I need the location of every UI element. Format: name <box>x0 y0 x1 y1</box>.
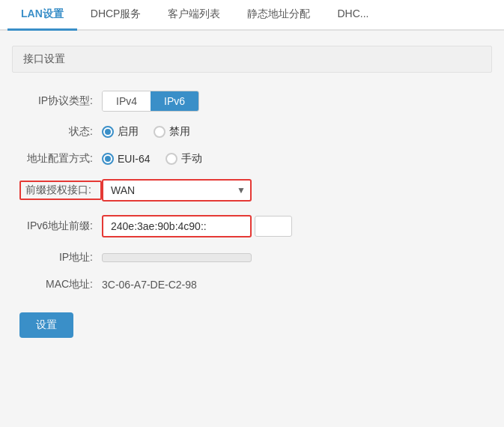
ip-protocol-toggle: IPv4 IPv6 <box>102 91 199 112</box>
status-enable-option[interactable]: 启用 <box>102 125 139 139</box>
ipv6-prefix-control <box>102 215 485 237</box>
save-row: 设置 <box>12 305 492 338</box>
status-label: 状态: <box>19 125 102 139</box>
ip-address-label: IP地址: <box>19 251 102 264</box>
manual-label: 手动 <box>181 152 202 166</box>
address-mode-control: EUI-64 手动 <box>102 152 485 166</box>
manual-option[interactable]: 手动 <box>166 152 202 166</box>
mac-address-control: 3C-06-A7-DE-C2-98 <box>102 279 485 291</box>
prefix-auth-select-wrapper: WAN LAN WAN2 ▼ <box>102 179 252 202</box>
ip-protocol-row: IP协议类型: IPv4 IPv6 <box>12 91 492 112</box>
tab-dhcpv6[interactable]: DHC... <box>324 0 382 31</box>
tab-clients[interactable]: 客户端列表 <box>154 0 234 31</box>
ip-address-row: IP地址: <box>12 251 492 264</box>
tab-dhcp[interactable]: DHCP服务 <box>77 0 155 31</box>
status-control: 启用 禁用 <box>102 125 485 139</box>
eui64-option[interactable]: EUI-64 <box>102 153 151 165</box>
ipv6-button[interactable]: IPv6 <box>151 91 198 111</box>
ip-address-control <box>102 253 485 262</box>
mac-address-label: MAC地址: <box>19 278 102 291</box>
ipv6-prefix-suffix-input[interactable] <box>255 216 292 237</box>
ip-address-value <box>102 253 252 262</box>
save-button[interactable]: 设置 <box>19 312 73 338</box>
status-disable-label: 禁用 <box>169 125 190 139</box>
tab-static[interactable]: 静态地址分配 <box>234 0 324 31</box>
ipv6-prefix-input[interactable] <box>102 215 252 237</box>
content-area: 接口设置 IP协议类型: IPv4 IPv6 状态: 启用 <box>0 31 504 353</box>
status-disable-option[interactable]: 禁用 <box>154 125 190 139</box>
address-mode-row: 地址配置方式: EUI-64 手动 <box>12 152 492 166</box>
status-radio-group: 启用 禁用 <box>102 125 190 139</box>
tab-bar: LAN设置 DHCP服务 客户端列表 静态地址分配 DHC... <box>0 0 504 31</box>
eui64-radio[interactable] <box>102 153 114 165</box>
prefix-auth-label: 前缀授权接口: <box>19 181 102 200</box>
status-row: 状态: 启用 禁用 <box>12 125 492 139</box>
prefix-auth-select[interactable]: WAN LAN WAN2 <box>102 179 252 202</box>
ipv4-button[interactable]: IPv4 <box>103 91 151 111</box>
prefix-auth-row: 前缀授权接口: WAN LAN WAN2 ▼ <box>12 179 492 202</box>
tab-lan[interactable]: LAN设置 <box>7 0 77 31</box>
status-disable-radio[interactable] <box>154 126 166 138</box>
status-enable-label: 启用 <box>118 125 139 139</box>
address-mode-radio-group: EUI-64 手动 <box>102 152 202 166</box>
prefix-auth-control: WAN LAN WAN2 ▼ <box>102 179 485 202</box>
ipv6-input-group <box>102 215 292 237</box>
section-title: 接口设置 <box>12 46 492 73</box>
ip-protocol-label: IP协议类型: <box>19 94 102 108</box>
main-container: LAN设置 DHCP服务 客户端列表 静态地址分配 DHC... 接口设置 IP… <box>0 0 504 427</box>
mac-address-row: MAC地址: 3C-06-A7-DE-C2-98 <box>12 278 492 291</box>
mac-address-value: 3C-06-A7-DE-C2-98 <box>102 279 197 291</box>
ipv6-prefix-label: IPv6地址前缀: <box>19 219 102 233</box>
eui64-label: EUI-64 <box>118 153 151 165</box>
status-enable-radio[interactable] <box>102 126 114 138</box>
ipv6-prefix-row: IPv6地址前缀: <box>12 215 492 237</box>
manual-radio[interactable] <box>166 153 177 165</box>
prefix-auth-label-text: 前缀授权接口: <box>25 184 91 196</box>
address-mode-label: 地址配置方式: <box>19 152 102 166</box>
ip-protocol-control: IPv4 IPv6 <box>102 91 485 112</box>
